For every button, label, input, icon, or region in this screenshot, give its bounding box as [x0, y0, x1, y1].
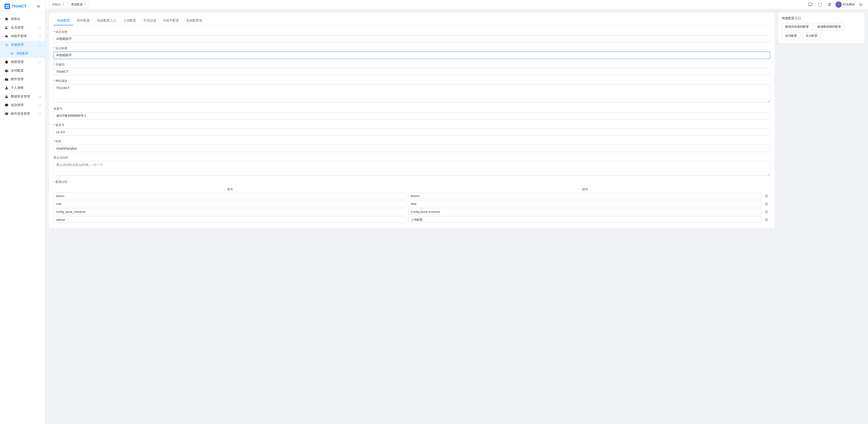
sub-tab-quick[interactable]: 快捷配置入口 [93, 16, 120, 25]
general-label: 常规管理 [11, 43, 37, 47]
fullscreen-icon[interactable] [816, 1, 824, 8]
permission-label: 权限管理 [11, 60, 37, 64]
svg-point-7 [6, 27, 7, 28]
user-name: 时光网络 [843, 2, 855, 7]
config-key-input-basics[interactable] [54, 193, 407, 199]
monitor-icon[interactable] [807, 1, 814, 8]
delete-quick-btn[interactable]: 🗑 [765, 210, 769, 214]
quick-link-sms[interactable]: 短信配置 [782, 32, 800, 39]
quick-link-sensitive-data[interactable]: 敏感数据规则配置 [814, 23, 844, 30]
settings-icon[interactable] [857, 1, 864, 8]
site-title-input[interactable] [54, 52, 770, 59]
logo-icon [4, 4, 10, 9]
config-val-input-basics[interactable] [408, 193, 762, 199]
sidebar-item-profile[interactable]: 个人资料 [0, 84, 45, 92]
sidebar-item-ai[interactable]: AI助手管理 ▾ [0, 32, 45, 40]
site-name-input[interactable] [54, 35, 770, 43]
config-key-input-quick[interactable] [54, 208, 407, 215]
sidebar-item-payment[interactable]: 支付配置 [0, 66, 45, 75]
main-content: 基础配置 邮件配置 快捷配置入口 上传配置 字词过滤 AI助手配置 添加配置项 … [45, 9, 868, 424]
svg-point-8 [7, 27, 8, 27]
user-group-icon [4, 26, 9, 30]
sidebar-item-data-security[interactable]: 数据安全管理 ▾ [0, 92, 45, 101]
sub-tab-mail[interactable]: 邮件配置 [73, 16, 93, 25]
data-security-label: 数据安全管理 [11, 95, 37, 99]
svg-point-23 [6, 97, 7, 98]
message-icon [4, 103, 9, 107]
tab-sysconfig[interactable]: 系统配置 ✕ [68, 1, 89, 8]
svg-rect-25 [5, 112, 8, 115]
sub-tabs: 基础配置 邮件配置 快捷配置入口 上传配置 字词过滤 AI助手配置 添加配置项 [54, 16, 770, 25]
gear-icon [10, 52, 14, 56]
sidebar-nav: 控制台 会员管理 ▾ [0, 13, 45, 424]
delete-mail-btn[interactable]: 🗑 [765, 202, 769, 206]
config-row-upload-val [408, 217, 762, 223]
sub-tab-basic[interactable]: 基础配置 [54, 16, 73, 25]
keywords-input[interactable] [54, 68, 770, 75]
timezone-input[interactable] [54, 145, 770, 152]
member-label: 会员管理 [11, 26, 37, 30]
svg-point-18 [11, 53, 12, 54]
email-label: 邮件发送管理 [11, 112, 37, 116]
version-input[interactable] [54, 129, 770, 136]
user-info[interactable]: 时光网络 [835, 1, 855, 8]
sub-tab-ai-config[interactable]: AI助手配置 [160, 16, 183, 25]
sub-tab-upload[interactable]: 上传配置 [120, 16, 140, 25]
delete-upload-btn[interactable]: 🗑 [765, 218, 769, 222]
sidebar-item-sysconfig[interactable]: 系统配置 [0, 49, 45, 58]
page-inner: 基础配置 邮件配置 快捷配置入口 上传配置 字词过滤 AI助手配置 添加配置项 … [45, 9, 868, 232]
tab-sysconfig-close[interactable]: ✕ [84, 3, 86, 6]
config-key-input-upload[interactable] [54, 217, 407, 223]
beian-label: 备案号 [54, 107, 770, 111]
config-row-quick-action: 🗑 [763, 210, 770, 214]
logo-area: ThinkCT [0, 0, 45, 13]
config-row-mail-action: 🗑 [763, 202, 770, 206]
ai-arrow: ▾ [39, 35, 40, 38]
quick-links: 数据回收规则配置 敏感数据规则配置 短信配置 支付配置 [782, 23, 861, 39]
config-key-input-mail[interactable] [54, 201, 407, 207]
description-input[interactable]: ThinkCT [54, 84, 770, 102]
config-val-input-quick[interactable] [408, 208, 762, 215]
version-label: * 版本号 [54, 123, 770, 127]
delete-basics-btn[interactable]: 🗑 [765, 194, 769, 198]
site-name-label: * 站点名称 [54, 30, 770, 34]
config-val-input-upload[interactable] [408, 217, 762, 223]
main-area: 控制台 ✕ 系统配置 ✕ [45, 0, 868, 424]
quick-link-payment[interactable]: 支付配置 [802, 32, 821, 39]
tab-dashboard-label: 控制台 [52, 2, 61, 7]
svg-point-13 [6, 35, 7, 35]
sidebar-item-email[interactable]: 邮件发送管理 ▾ [0, 109, 45, 118]
keywords-group: * 关键词 [54, 63, 770, 75]
menu-toggle[interactable] [36, 4, 40, 8]
sidebar-item-member[interactable]: 会员管理 ▾ [0, 23, 45, 32]
sidebar-item-attachment[interactable]: 附件管理 [0, 75, 45, 84]
site-name-group: * 站点名称 [54, 30, 770, 43]
config-row-basics-key [54, 193, 407, 199]
banned-ip-input[interactable] [54, 161, 770, 175]
delete-icon[interactable] [826, 1, 833, 8]
sidebar-item-sms[interactable]: 短信管理 ▾ [0, 101, 45, 109]
svg-point-21 [6, 87, 7, 88]
sms-label: 短信管理 [11, 103, 37, 107]
sidebar-item-permission[interactable]: 权限管理 ▾ [0, 58, 45, 66]
config-row-basics: 🗑 [54, 193, 770, 199]
config-row-upload-action: 🗑 [763, 218, 770, 222]
quick-panel: 快捷配置入口 数据回收规则配置 敏感数据规则配置 短信配置 支付配置 [778, 13, 864, 43]
tab-dashboard[interactable]: 控制台 ✕ [49, 1, 67, 8]
svg-point-29 [860, 4, 861, 5]
sidebar-item-dashboard[interactable]: 控制台 [0, 15, 45, 23]
config-row-quick: 🗑 [54, 208, 770, 215]
beian-input[interactable] [54, 112, 770, 120]
tab-dashboard-close[interactable]: ✕ [62, 3, 64, 6]
keywords-label: * 关键词 [54, 63, 770, 67]
timezone-label: * 时区 [54, 139, 770, 143]
config-val-input-mail[interactable] [408, 201, 762, 207]
logo-text: ThinkCT [12, 4, 26, 8]
site-title-group: * 站点标题 [54, 46, 770, 59]
quick-panel-title: 快捷配置入口 [782, 16, 861, 21]
quick-link-data-collection[interactable]: 数据回收规则配置 [782, 23, 812, 30]
sub-tab-word-filter[interactable]: 字词过滤 [140, 16, 160, 25]
sidebar-item-general[interactable]: 常规管理 ▴ [0, 40, 45, 49]
sub-tab-add-config[interactable]: 添加配置项 [183, 16, 206, 25]
svg-rect-2 [6, 7, 7, 8]
